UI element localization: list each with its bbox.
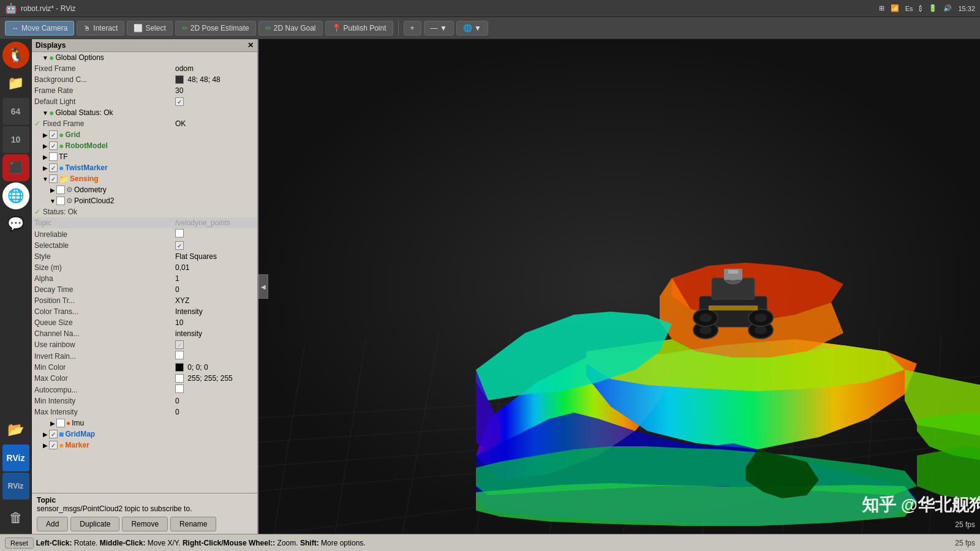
gridmap-item[interactable]: ▶ ■ GridMap [32, 429, 257, 440]
twist-marker-expand[interactable]: ▶ [42, 164, 49, 171]
autocompu-checkbox[interactable] [175, 384, 184, 393]
collapse-panel-button[interactable]: ◀ [258, 274, 268, 299]
use-rainbow-row[interactable]: Use rainbow [32, 339, 257, 350]
sensing-item[interactable]: ▼ 📁 Sensing [32, 173, 257, 184]
sensing-checkbox[interactable] [49, 174, 58, 183]
titlebar-right: ⊞ 📶 Es ₿ 🔋 🔊 15:32 [879, 4, 975, 12]
robot-model-item[interactable]: ▶ ● RobotModel [32, 140, 257, 151]
app-icon-10[interactable]: 10 [2, 126, 29, 153]
interact-button[interactable]: 🖱 Interact [77, 21, 124, 36]
size-row[interactable]: Size (m) 0,01 [32, 262, 257, 273]
duplicate-button[interactable]: Duplicate [70, 517, 119, 531]
app-icon-terminal[interactable]: ⬛ [2, 154, 29, 181]
alpha-row[interactable]: Alpha 1 [32, 273, 257, 284]
odometry-item[interactable]: ▶ ⚙ Odometry [32, 184, 257, 195]
app-icon-files[interactable]: 📁 [2, 70, 29, 97]
invert-rain-checkbox[interactable] [175, 351, 184, 359]
displays-close-icon[interactable]: ✕ [247, 41, 254, 50]
app-icon-chrome[interactable]: 🌐 [2, 182, 29, 209]
robot-model-expand[interactable]: ▶ [42, 142, 49, 149]
queue-size-row[interactable]: Queue Size 10 [32, 317, 257, 328]
view-options-button[interactable]: — ▼ [424, 21, 454, 36]
grid-expand[interactable]: ▶ [42, 131, 49, 138]
status-check: ✓ [34, 208, 40, 216]
odometry-gear-icon: ⚙ [66, 186, 73, 194]
displays-panel: Displays ✕ ▼ ● Global Options Fixed Fram… [32, 39, 258, 534]
pointcloud2-expand[interactable]: ▼ [49, 197, 56, 204]
frame-rate-row[interactable]: Frame Rate 30 [32, 85, 257, 96]
tf-item[interactable]: ▶ TF [32, 151, 257, 162]
camera-options-button[interactable]: 🌐 ▼ [456, 21, 488, 36]
robot-model-checkbox[interactable] [49, 141, 58, 150]
min-color-row[interactable]: Min Color 0; 0; 0 [32, 362, 257, 373]
default-light-checkbox[interactable] [175, 97, 184, 106]
nav-goal-button[interactable]: ✏ 2D Nav Goal [258, 21, 323, 36]
pointcloud2-item[interactable]: ▼ ⚙ PointCloud2 [32, 195, 257, 206]
unreliable-row[interactable]: Unreliable [32, 228, 257, 240]
imu-item[interactable]: ▶ ● Imu [32, 418, 257, 429]
displays-tree[interactable]: ▼ ● Global Options Fixed Frame odom Back… [32, 52, 257, 493]
select-button[interactable]: ⬜ Select [127, 21, 172, 36]
max-color-row[interactable]: Max Color 255; 255; 255 [32, 373, 257, 384]
rename-button[interactable]: Rename [170, 517, 216, 531]
position-tr-row[interactable]: Position Tr... XYZ [32, 295, 257, 306]
imu-expand[interactable]: ▶ [49, 419, 56, 427]
app-icon-rviz2[interactable]: RViz [2, 473, 29, 500]
max-color-label: Max Color [34, 374, 175, 383]
publish-point-button[interactable]: 📍 Publish Point [325, 21, 393, 36]
global-status-expand[interactable]: ▼ [42, 109, 49, 116]
topic-row[interactable]: Topic /velodyne_points [32, 217, 257, 228]
decay-time-row[interactable]: Decay Time 0 [32, 284, 257, 295]
color-trans-row[interactable]: Color Trans... Intensity [32, 306, 257, 317]
global-options-item[interactable]: ▼ ● Global Options [32, 52, 257, 63]
selectable-checkbox[interactable] [175, 241, 184, 250]
remove-button[interactable]: Remove [122, 517, 168, 531]
app-icon-64[interactable]: 64 [2, 98, 29, 125]
selectable-row[interactable]: Selectable [32, 240, 257, 251]
min-intensity-row[interactable]: Min Intensity 0 [32, 395, 257, 407]
reset-button[interactable]: Reset [5, 538, 34, 549]
imu-checkbox[interactable] [56, 419, 65, 427]
grid-checkbox[interactable] [49, 130, 58, 139]
global-options-expand[interactable]: ▼ [42, 54, 49, 61]
twist-marker-item[interactable]: ▶ ● TwistMarker [32, 162, 257, 173]
app-icon-ubuntu[interactable]: 🐧 [2, 42, 29, 69]
gridmap-expand[interactable]: ▶ [42, 430, 49, 438]
marker-checkbox[interactable] [49, 441, 58, 449]
imu-dot: ● [66, 419, 70, 427]
grid-item[interactable]: ▶ ● Grid [32, 129, 257, 140]
app-icon-chat[interactable]: 💬 [2, 211, 29, 238]
marker-item[interactable]: ▶ ● Marker [32, 440, 257, 451]
style-row[interactable]: Style Flat Squares [32, 251, 257, 262]
odometry-checkbox[interactable] [56, 186, 65, 194]
max-intensity-row[interactable]: Max Intensity 0 [32, 407, 257, 418]
marker-expand[interactable]: ▶ [42, 441, 49, 449]
gridmap-checkbox[interactable] [49, 430, 58, 438]
add-display-button[interactable]: + [404, 21, 421, 36]
background-color-row[interactable]: Background C... 48; 48; 48 [32, 74, 257, 85]
tf-expand[interactable]: ▶ [42, 153, 49, 160]
odometry-expand[interactable]: ▶ [49, 186, 56, 193]
queue-size-label: Queue Size [34, 318, 175, 327]
use-rainbow-checkbox[interactable] [175, 340, 184, 349]
add-button[interactable]: Add [37, 517, 68, 531]
app-icon-rviz1[interactable]: RViz [2, 444, 29, 471]
invert-rain-row[interactable]: Invert Rain... [32, 350, 257, 362]
channel-name-row[interactable]: Channel Na... intensity [32, 328, 257, 339]
pointcloud2-checkbox[interactable] [56, 197, 65, 205]
move-camera-button[interactable]: ↔ Move Camera [5, 21, 74, 36]
fixed-frame-row[interactable]: Fixed Frame odom [32, 63, 257, 74]
pose-estimate-button[interactable]: ✏ 2D Pose Estimate [175, 21, 256, 36]
app-icon-trash[interactable]: 🗑 [2, 504, 29, 531]
sensing-expand[interactable]: ▼ [42, 175, 49, 182]
app-icon-files2[interactable]: 📂 [2, 416, 29, 443]
statusbar: Reset Left-Click: Rotate. Middle-Click: … [0, 534, 980, 551]
global-status-item[interactable]: ▼ ● Global Status: Ok [32, 107, 257, 118]
default-light-row[interactable]: Default Light [32, 96, 257, 107]
unreliable-checkbox[interactable] [175, 229, 184, 238]
autocompu-row[interactable]: Autocompu... [32, 384, 257, 395]
viewport[interactable]: ◀ [258, 39, 980, 534]
tf-checkbox[interactable] [49, 152, 58, 161]
twist-marker-checkbox[interactable] [49, 163, 58, 172]
max-intensity-label: Max Intensity [34, 408, 175, 416]
